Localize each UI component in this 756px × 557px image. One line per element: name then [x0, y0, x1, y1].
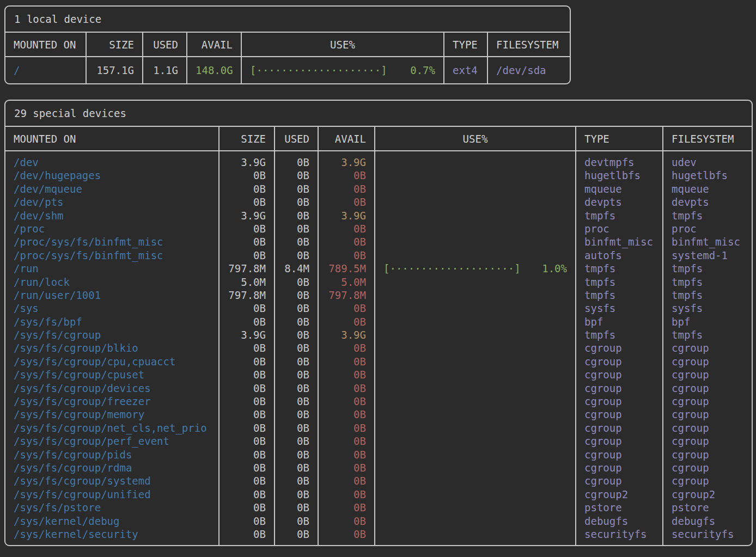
cell-avail: 0B: [319, 355, 374, 368]
cell-size: 0B: [220, 421, 274, 434]
cell-filesystem: tmpfs: [663, 262, 752, 275]
body-column-avail: 3.9G0B0B0B3.9G0B0B0B789.5M5.0M797.8M0B0B…: [319, 151, 375, 545]
cell-size: 3.9G: [220, 328, 274, 341]
body-column-used: 0B0B0B0B0B0B0B0B8.4M0B0B0B0B0B0B0B0B0B0B…: [275, 151, 319, 545]
cell-used: 0B: [275, 341, 318, 354]
cell-size: 0B: [220, 249, 274, 262]
cell-type: cgroup: [576, 448, 662, 461]
cell-size: 0B: [220, 408, 274, 421]
cell-mounted-on: /sys/fs/cgroup/cpu,cpuacct: [5, 355, 218, 368]
cell-size: 797.8M: [220, 262, 274, 275]
column-header-used: USED: [143, 33, 187, 56]
column-header-mounted-on: MOUNTED ON: [5, 33, 87, 56]
cell-avail: 0B: [319, 408, 374, 421]
cell-mounted-on: /proc: [5, 222, 218, 235]
column-header-size: SIZE: [220, 127, 275, 150]
cell-avail: 789.5M: [319, 262, 374, 275]
column-header-type: TYPE: [444, 33, 488, 56]
cell-avail: 797.8M: [319, 289, 374, 302]
cell-used: 8.4M: [275, 262, 318, 275]
cell-size: 0B: [220, 169, 274, 182]
cell-type: tmpfs: [576, 262, 662, 275]
cell-filesystem: cgroup2: [663, 488, 752, 501]
cell-type: tmpfs: [576, 289, 662, 302]
cell-size: 0B: [220, 182, 274, 195]
body-column-filesystem: /dev/sda: [488, 57, 570, 83]
cell-mounted-on: /run/user/1001: [5, 289, 218, 302]
cell-mounted-on: /sys/kernel/security: [5, 528, 218, 541]
cell-type: devtmpfs: [576, 156, 662, 169]
local-devices-body: / 157.1G 1.1G 148.0G [··················…: [5, 57, 570, 83]
cell-type: pstore: [576, 501, 662, 514]
cell-used: 0B: [275, 195, 318, 209]
cell-size: 3.9G: [220, 156, 274, 169]
cell-use-percent: [375, 474, 575, 487]
terminal-screen: { "app": "duf disk usage overview", "col…: [0, 0, 756, 557]
cell-type: cgroup: [576, 395, 662, 408]
cell-filesystem: tmpfs: [663, 276, 752, 289]
cell-used: 0B: [275, 448, 318, 461]
column-header-avail: AVAIL: [319, 127, 375, 150]
cell-avail: 3.9G: [319, 156, 374, 169]
cell-size: 0B: [220, 315, 274, 328]
cell-use-percent: [375, 355, 575, 368]
cell-filesystem: proc: [663, 222, 752, 235]
cell-filesystem: cgroup: [663, 341, 752, 354]
cell-mounted-on: /sys/fs/cgroup/memory: [5, 408, 218, 421]
cell-size: 0B: [220, 488, 274, 501]
local-devices-table: 1 local device MOUNTED ON SIZE USED AVAI…: [4, 5, 571, 84]
cell-mounted-on: /sys/fs/bpf: [5, 315, 218, 328]
cell-avail: 0B: [319, 448, 374, 461]
cell-filesystem: tmpfs: [663, 328, 752, 341]
cell-avail: 0B: [319, 195, 374, 209]
cell-used: 0B: [275, 395, 318, 408]
cell-type: autofs: [576, 249, 662, 262]
cell-use-percent: [375, 222, 575, 235]
cell-type: tmpfs: [576, 328, 662, 341]
usage-percent: 1.0%: [542, 262, 567, 275]
cell-type: debugfs: [576, 515, 662, 528]
cell-used: 0B: [275, 528, 318, 541]
cell-mounted-on: /sys/fs/cgroup/devices: [5, 382, 218, 395]
cell-use-percent: [375, 289, 575, 302]
body-column-use-percent: [····················]1.0%: [375, 151, 576, 545]
cell-use-percent: [375, 235, 575, 248]
cell-use-percent: [375, 315, 575, 328]
cell-use-percent: [375, 195, 575, 209]
cell-filesystem: securityfs: [663, 528, 752, 541]
cell-filesystem: cgroup: [663, 421, 752, 434]
cell-use-percent: [375, 434, 575, 448]
cell-filesystem: sysfs: [663, 302, 752, 315]
body-column-use-percent: [····················]0.7%: [242, 57, 444, 83]
body-column-size: 3.9G0B0B0B3.9G0B0B0B797.8M5.0M797.8M0B0B…: [220, 151, 275, 545]
local-devices-header: MOUNTED ON SIZE USED AVAIL USE% TYPE FIL…: [5, 33, 570, 57]
body-column-size: 157.1G: [87, 57, 143, 83]
cell-filesystem: systemd-1: [663, 249, 752, 262]
cell-avail: 0B: [319, 515, 374, 528]
cell-mounted-on: /sys/fs/cgroup/net_cls,net_prio: [5, 421, 218, 434]
body-column-type: ext4: [444, 57, 488, 83]
cell-filesystem: devpts: [663, 195, 752, 209]
cell-type: tmpfs: [576, 276, 662, 289]
cell-avail: 0B: [319, 222, 374, 235]
cell-used: 0B: [275, 289, 318, 302]
cell-filesystem: cgroup: [663, 368, 752, 381]
cell-used: 0B: [275, 235, 318, 248]
cell-avail: 0B: [319, 235, 374, 248]
cell-mounted-on: /dev/hugepages: [5, 169, 218, 182]
cell-avail: 0B: [319, 501, 374, 514]
cell-type: cgroup: [576, 474, 662, 487]
cell-used: 0B: [275, 368, 318, 381]
cell-mounted-on: /sys/fs/cgroup/freezer: [5, 395, 218, 408]
cell-avail: 0B: [319, 474, 374, 487]
cell-used: 0B: [275, 474, 318, 487]
cell-mounted-on: /sys: [5, 302, 218, 315]
cell-size: 0B: [220, 195, 274, 209]
cell-use-percent: [375, 276, 575, 289]
cell-used: 0B: [275, 408, 318, 421]
cell-avail: 0B: [319, 368, 374, 381]
cell-avail: 0B: [319, 341, 374, 354]
cell-use-percent: [····················]1.0%: [375, 262, 575, 275]
cell-used: 0B: [275, 501, 318, 514]
cell-avail: 3.9G: [319, 209, 374, 222]
